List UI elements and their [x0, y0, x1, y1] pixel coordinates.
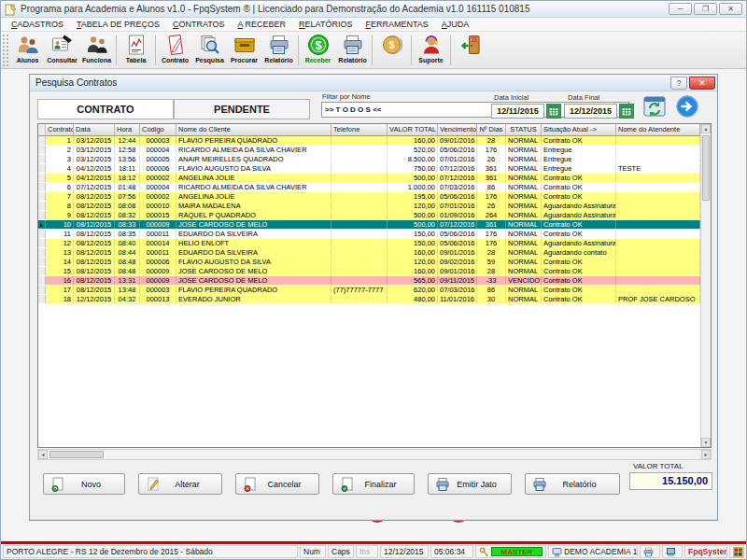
cell-hora: 08:32: [115, 211, 140, 219]
cell-venc: 05/06/2016: [438, 239, 477, 247]
toolbar-button-relatorio2[interactable]: Relatório: [335, 33, 370, 68]
table-row[interactable]: 708/12/201507:56000002ANGELINA JOLIE195,…: [38, 192, 700, 202]
toolbar-button-receber[interactable]: $Receber: [301, 33, 335, 68]
novo-button[interactable]: Novo: [43, 473, 125, 495]
cell-codigo: 000003: [140, 286, 176, 294]
toolbar-button-label: Receber: [305, 57, 331, 63]
date-start-input[interactable]: 12/11/2015: [491, 104, 544, 119]
dialog-close-button[interactable]: ✕: [689, 77, 715, 90]
finalizar-button[interactable]: Finalizar: [332, 473, 415, 495]
toolbar-button-suporte[interactable]: Suporte: [414, 33, 448, 68]
toolbar-button-procurar[interactable]: Procurar: [227, 33, 261, 68]
calendar-end-button[interactable]: [619, 104, 634, 119]
table-row[interactable]: ▸1008/12/201508:33000009JOSE CARDOSO DE …: [38, 220, 700, 230]
vertical-scrollbar[interactable]: ▲ ▼: [700, 124, 711, 447]
date-end-input[interactable]: 12/12/2015: [564, 104, 617, 119]
table-row[interactable]: 1708/12/201513:48000003FLAVIO PEREIRA QU…: [38, 286, 700, 295]
column-header-status[interactable]: STATUS: [506, 124, 542, 136]
calendar-start-button[interactable]: [546, 104, 561, 119]
toolbar-button-consultar[interactable]: Consultar: [45, 33, 79, 68]
tab-contrato[interactable]: CONTRATO: [37, 99, 174, 119]
cell-n: 13: [46, 248, 74, 257]
logo-icon: [733, 547, 743, 557]
table-row[interactable]: 203/12/201512:58000004RICARDO ALMEIDA DA…: [38, 146, 700, 155]
toolbar-button-alunos[interactable]: Alunos: [10, 33, 45, 68]
toolbar-button-funciona[interactable]: Funciona: [79, 33, 114, 68]
emitir-jato-button[interactable]: Emitir Jato: [428, 473, 512, 495]
status-panel-master: MASTER: [475, 545, 546, 558]
cell-hora: 07:56: [115, 192, 140, 201]
table-row[interactable]: 103/12/201512:44000003FLAVIO PEREIRA QUA…: [38, 136, 700, 146]
column-header-nome[interactable]: Nome do Cliente: [176, 124, 331, 136]
cell-telefone: [331, 202, 388, 210]
menu-item-tabela-de-precos[interactable]: TABELA DE PREÇOS: [70, 20, 166, 29]
column-header-atendente[interactable]: Nome do Atendente: [616, 124, 700, 136]
horizontal-scroll-thumb[interactable]: [49, 451, 104, 458]
refresh-button[interactable]: [642, 94, 667, 119]
pencil-icon: [146, 477, 161, 492]
column-header-valor[interactable]: VALOR TOTAL: [388, 124, 438, 136]
scroll-right-arrow[interactable]: ►: [701, 450, 711, 459]
menu-item-cadastros[interactable]: CADASTROS: [5, 20, 70, 29]
table-row[interactable]: 908/12/201508:32000015RAQUEL P QUADRADO5…: [38, 211, 700, 220]
restore-button[interactable]: ❐: [694, 3, 717, 15]
cell-venc: 01/09/2016: [438, 211, 477, 219]
menu-item-ajuda[interactable]: AJUDA: [435, 20, 476, 29]
table-row[interactable]: 1108/12/201508:35000011EDUARDO DA SILVEI…: [38, 230, 700, 239]
column-header-data[interactable]: Data: [74, 124, 115, 136]
relatorio-button[interactable]: Relatório: [525, 473, 620, 495]
cell-codigo: 000005: [140, 155, 176, 163]
table-row[interactable]: 1812/12/201504:32000013EVERADO JUNIOR480…: [38, 295, 700, 304]
alterar-button[interactable]: Alterar: [138, 473, 222, 495]
scroll-up-arrow[interactable]: ▲: [701, 124, 711, 133]
toolbar-separator: [411, 35, 412, 65]
menu-item-contratos[interactable]: CONTRATOS: [166, 20, 232, 29]
cell-atendente: [616, 174, 700, 182]
close-button[interactable]: ✕: [719, 3, 742, 15]
cell-codigo: 000014: [140, 239, 176, 247]
minimize-button[interactable]: ─: [669, 3, 692, 15]
column-header-n[interactable]: Contrato: [46, 124, 74, 136]
column-header-hora[interactable]: Hora: [115, 124, 140, 136]
toolbar-button-tabela[interactable]: Tabela: [119, 33, 153, 68]
cell-n: 16: [46, 276, 74, 285]
column-header-telefone[interactable]: Telefone: [331, 124, 388, 136]
cell-n: 14: [46, 258, 74, 266]
table-row[interactable]: 303/12/201513:56000005ANAIR MEIRELLES QU…: [38, 155, 700, 164]
scroll-down-arrow[interactable]: ▼: [701, 438, 711, 447]
toolbar-button-relatorio[interactable]: Relatório: [261, 33, 296, 68]
menu-item-relatorios[interactable]: RELATÓRIOS: [292, 20, 359, 29]
go-button[interactable]: [675, 94, 699, 119]
toolbar-button-pesquisa[interactable]: Pesquisa: [192, 33, 227, 68]
column-header-dias[interactable]: Nº Dias: [477, 124, 506, 136]
table-row[interactable]: 607/12/201501:48000004RICARDO ALMEIDA DA…: [38, 183, 700, 192]
toolbar-button-moeda[interactable]: $: [374, 33, 409, 68]
vertical-scroll-thumb[interactable]: [702, 135, 710, 201]
menu-item-ferramentas[interactable]: FERRAMENTAS: [359, 20, 434, 29]
cancelar-button[interactable]: Cancelar: [235, 473, 319, 495]
cell-data: 03/12/2015: [74, 155, 115, 163]
monitor-icon: [666, 547, 676, 557]
column-header-codigo[interactable]: Código: [140, 124, 176, 136]
table-row[interactable]: 1408/12/201508:48000006FLAVIO AUGUSTO DA…: [38, 258, 700, 267]
toolbar-button-contrato[interactable]: Contrato: [158, 33, 192, 68]
horizontal-scrollbar[interactable]: ◄ ►: [37, 449, 712, 460]
toolbar-button-sair[interactable]: EXIT: [453, 33, 487, 68]
row-indicator: [38, 183, 46, 191]
table-row[interactable]: 1308/12/201508:44000011EDUARDO DA SILVEI…: [38, 248, 700, 258]
table-row[interactable]: 1608/12/201513:31000009JOSE CARDOSO DE M…: [38, 276, 700, 286]
table-row[interactable]: 808/12/201508:08000010MAIRA MADALENA120,…: [38, 202, 700, 211]
cell-telefone: [331, 276, 388, 285]
scroll-left-arrow[interactable]: ◄: [38, 450, 48, 459]
tab-pendente[interactable]: PENDENTE: [174, 99, 310, 119]
row-indicator: [38, 230, 46, 238]
table-row[interactable]: 1208/12/201508:40000014HELIO ENLOFT150,0…: [38, 239, 700, 248]
menu-item-a-receber[interactable]: A RECEBER: [232, 20, 293, 29]
help-button[interactable]: ?: [670, 77, 687, 90]
column-header-situacao[interactable]: Situação Atual ->: [542, 124, 616, 136]
table-row[interactable]: 404/12/201518:11000006FLAVIO AUGUSTO DA …: [38, 164, 700, 174]
column-header-venc[interactable]: Vencimento: [438, 124, 477, 136]
table-row[interactable]: 1508/12/201508:48000009JOSE CARDOSO DE M…: [38, 267, 700, 276]
cell-dias: 176: [477, 146, 506, 154]
table-row[interactable]: 504/12/201518:12000002ANGELINA JOLIE500,…: [38, 174, 700, 183]
